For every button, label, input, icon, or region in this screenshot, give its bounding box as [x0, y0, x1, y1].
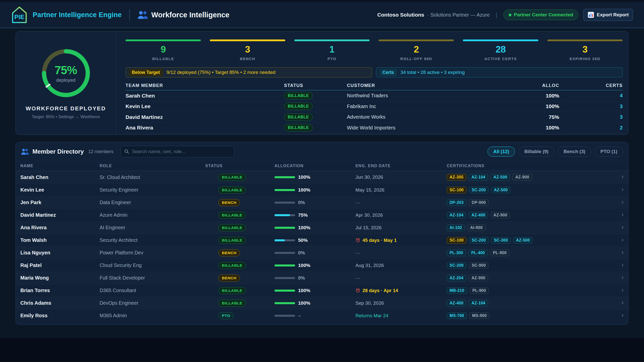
- status-cell: PTO: [205, 312, 274, 319]
- allocation-value: 0%: [298, 275, 305, 281]
- status-badge: BENCH: [218, 275, 240, 282]
- cert-chip-az-104: AZ-104: [447, 212, 466, 218]
- chevron-right-icon[interactable]: ›: [614, 312, 624, 320]
- status-badge: BILLABLE: [284, 124, 313, 131]
- chevron-right-icon[interactable]: ›: [614, 199, 624, 207]
- gauge-subtitle: Target: 85% • Settings → Workforce: [32, 114, 100, 119]
- directory-row[interactable]: Kevin LeeSecurity EngineerBILLABLE100%Ma…: [16, 184, 628, 196]
- certs-badge: Certs: [379, 69, 397, 76]
- allocation-bar: [274, 264, 295, 266]
- allocation-cell: 0%: [274, 200, 355, 205]
- status-badge: BENCH: [218, 199, 240, 206]
- member-name: Maria Wong: [20, 275, 100, 281]
- end-date-text: Returns Mar 24: [355, 313, 388, 319]
- member-role: Security Architect: [100, 237, 205, 243]
- directory-row[interactable]: David MartinezAzure AdminBILLABLE75%Apr …: [16, 209, 628, 221]
- status-cell: BILLABLE: [205, 212, 274, 219]
- search-box[interactable]: [120, 146, 234, 157]
- cert-chip-az-500: AZ-500: [491, 174, 510, 180]
- directory-row[interactable]: Lisa NguyenPower Platform DevBENCH0%—PL-…: [16, 246, 628, 259]
- directory-table-body: Sarah ChenSr. Cloud ArchitectBILLABLE100…: [16, 171, 628, 322]
- deployed-percentage: 75%: [55, 63, 77, 77]
- cert-chip-az-104: AZ-104: [469, 174, 488, 180]
- member-role: Azure Admin: [100, 212, 205, 218]
- allocation-cell: 0%: [274, 250, 355, 256]
- allocation-value: 100%: [298, 187, 310, 193]
- kpi-value: 3: [547, 44, 623, 55]
- kpi-label: EXPIRING 30D: [547, 57, 623, 61]
- certs-count: 3: [559, 114, 623, 120]
- chevron-right-icon[interactable]: ›: [614, 287, 624, 295]
- certifications-cell: AZ-305AZ-104AZ-500AZ-900: [447, 174, 614, 180]
- status-badge: BENCH: [218, 249, 240, 256]
- certifications-cell: AZ-400AZ-104: [447, 300, 614, 306]
- directory-row[interactable]: Jen ParkData EngineerBENCH0%—DP-203DP-90…: [16, 196, 628, 209]
- directory-row[interactable]: Raj PatelCloud Security EngBILLABLE100%A…: [16, 259, 628, 272]
- chevron-right-icon[interactable]: ›: [614, 186, 624, 194]
- chevron-right-icon[interactable]: ›: [614, 261, 624, 269]
- certs-count: 4: [559, 93, 623, 99]
- chevron-right-icon[interactable]: ›: [614, 274, 624, 282]
- chevron-right-icon[interactable]: ›: [614, 236, 624, 244]
- cert-chip-az-900: AZ-900: [512, 174, 532, 180]
- directory-row[interactable]: Ana RiveraAI EngineerBILLABLE100%Jul 15,…: [16, 221, 628, 234]
- allocation-value: 100%: [298, 174, 310, 180]
- end-date-text: —: [355, 250, 360, 256]
- column-header-customer: CUSTOMER: [347, 83, 484, 88]
- chevron-right-icon[interactable]: ›: [614, 211, 624, 219]
- chevron-right-icon[interactable]: ›: [614, 173, 624, 181]
- directory-row[interactable]: Maria WongFull Stack DeveloperBENCH0%—AZ…: [16, 272, 628, 284]
- member-name: Raj Patel: [20, 262, 100, 268]
- allocation-bar: [274, 302, 295, 304]
- cert-chip-mb-210: MB-210: [447, 287, 467, 294]
- cert-chip-sc-200: SC-200: [447, 262, 466, 269]
- cert-chip-sc-100: SC-100: [447, 187, 466, 193]
- allocation-bar: [274, 252, 295, 254]
- status-badge: PTO: [218, 312, 234, 319]
- cert-chip-sc-900: SC-900: [469, 262, 489, 269]
- chevron-right-icon[interactable]: ›: [614, 224, 624, 232]
- status-cell: BILLABLE: [205, 287, 274, 294]
- filter-pill-pto-1[interactable]: PTO (1): [595, 147, 623, 157]
- allocation-bar: [274, 176, 295, 178]
- allocation-value: 75%: [298, 212, 308, 218]
- member-name: Ana Rivera: [126, 125, 284, 131]
- filter-pill-all-12[interactable]: All (12): [488, 147, 515, 157]
- filter-pill-billable-9[interactable]: Billable (9): [518, 147, 554, 157]
- kpi-value: 28: [463, 44, 538, 55]
- directory-row[interactable]: Tom WalshSecurity ArchitectBILLABLE50%45…: [16, 234, 628, 246]
- allocation-bar-fill: [274, 214, 290, 216]
- kpi-label: ACTIVE CERTS: [463, 57, 538, 61]
- kpi-accent-bar: [547, 39, 623, 41]
- allocation-bar-fill: [274, 264, 295, 266]
- end-date: Jul 15, 2026: [355, 225, 447, 231]
- allocation-bar: [274, 214, 295, 216]
- certifications-cell: SC-200SC-900: [447, 262, 614, 269]
- status-cell: BENCH: [205, 249, 274, 256]
- certifications-cell: MB-210PL-900: [447, 287, 614, 294]
- gauge-title: WORKFORCE DEPLOYED: [26, 105, 106, 112]
- allocation-bar: [274, 315, 295, 317]
- cert-chip-az-900: AZ-900: [469, 275, 488, 281]
- chevron-right-icon[interactable]: ›: [614, 299, 624, 307]
- directory-row[interactable]: Chris AdamsDevOps EngineerBILLABLE100%Se…: [16, 297, 628, 309]
- alloc-value: 100%: [484, 103, 559, 109]
- member-role: Security Engineer: [100, 187, 205, 193]
- export-report-button[interactable]: Export Report: [583, 9, 633, 21]
- deployment-donut: 75% deployed: [39, 47, 93, 100]
- allocation-value: 100%: [298, 225, 310, 231]
- kpi-tile-expiring-30d: 3EXPIRING 30D: [547, 39, 623, 61]
- directory-row[interactable]: Brian TorresD365 ConsultantBILLABLE100%2…: [16, 284, 628, 297]
- directory-row[interactable]: Sarah ChenSr. Cloud ArchitectBILLABLE100…: [16, 171, 628, 184]
- directory-row[interactable]: Emily RossM365 AdminPTO–Returns Mar 24MS…: [16, 309, 628, 322]
- allocation-bar: [274, 239, 295, 241]
- chevron-right-icon[interactable]: ›: [614, 249, 624, 257]
- search-input[interactable]: [132, 149, 230, 154]
- end-date-text: Jun 30, 2026: [355, 174, 383, 180]
- kpi-label: ROLL-OFF 90D: [379, 57, 454, 61]
- status-cell: BILLABLE: [284, 113, 347, 121]
- member-name: David Martinez: [20, 212, 100, 218]
- filter-pill-bench-3[interactable]: Bench (3): [558, 147, 591, 157]
- allocation-cell: 0%: [274, 275, 355, 281]
- cert-chip-az-400: AZ-400: [447, 300, 466, 306]
